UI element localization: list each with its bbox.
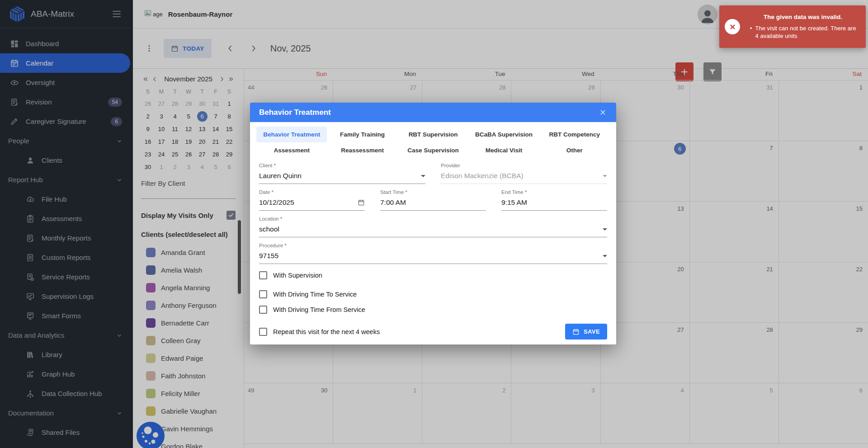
tab-bcaba-supervision[interactable]: BCaBA Supervision: [468, 127, 539, 142]
client-value: Lauren Quinn: [259, 172, 302, 180]
save-button[interactable]: SAVE: [565, 324, 607, 340]
tab-case-supervision[interactable]: Case Supervision: [398, 142, 468, 158]
tab-rbt-competency[interactable]: RBT Competency: [539, 127, 610, 142]
chevron-down-icon: [603, 228, 607, 231]
tab-assessment[interactable]: Assessment: [256, 142, 327, 158]
visit-modal: Behavior Treatment Behavior TreatmentFam…: [250, 103, 616, 344]
chevron-down-icon: [421, 175, 425, 177]
checkbox-label: With Driving Time From Service: [273, 306, 365, 313]
provider-value: Edison Mackenzie (BCBA): [441, 172, 524, 180]
end-time-value: 9:15 AM: [501, 198, 527, 207]
tab-family-training[interactable]: Family Training: [327, 127, 397, 142]
modal-title: Behavior Treatment: [259, 108, 599, 117]
toast-body: The given data was invalid. • The visit …: [745, 14, 860, 40]
repeat-visit-checkbox[interactable]: [259, 328, 267, 336]
provider-field: Provider Edison Mackenzie (BCBA): [441, 163, 607, 184]
error-close-icon[interactable]: [725, 19, 740, 34]
modal-footer-row: Repeat this visit for the next 4 weeks S…: [259, 324, 607, 340]
location-field[interactable]: Location * school: [259, 216, 607, 237]
location-label: Location *: [259, 216, 607, 222]
toast-message: • The visit can not be created. There ar…: [745, 24, 860, 40]
tab-other[interactable]: Other: [539, 142, 610, 158]
close-icon[interactable]: [599, 108, 607, 117]
error-toast: The given data was invalid. • The visit …: [719, 5, 866, 48]
repeat-visit-label: Repeat this visit for the next 4 weeks: [273, 328, 380, 335]
visit-form: Client * Lauren Quinn Provider Edison Ma…: [250, 158, 616, 340]
procedure-field[interactable]: Procedure * 97155: [259, 243, 607, 264]
date-field[interactable]: Date * 10/12/2025: [259, 189, 365, 211]
tab-medical-visit[interactable]: Medical Visit: [468, 142, 539, 158]
chevron-down-icon: [603, 175, 607, 177]
client-label: Client *: [259, 163, 425, 168]
procedure-value: 97155: [259, 252, 278, 260]
date-label: Date *: [259, 189, 365, 195]
date-value: 10/12/2025: [259, 198, 294, 207]
checkbox[interactable]: [259, 271, 267, 279]
checkbox-label: With Supervision: [273, 272, 322, 279]
option-checkboxes: With SupervisionWith Driving Time To Ser…: [259, 271, 607, 314]
checkbox[interactable]: [259, 306, 267, 314]
checkbox-row-with-supervision[interactable]: With Supervision: [259, 271, 607, 279]
tabs-row-2: AssessmentReassessmentCase SupervisionMe…: [256, 142, 610, 158]
checkbox-row-with-driving-time-from-service[interactable]: With Driving Time From Service: [259, 306, 607, 314]
location-value: school: [259, 225, 279, 233]
tab-rbt-supervision[interactable]: RBT Supervision: [398, 127, 468, 142]
procedure-label: Procedure *: [259, 243, 607, 248]
start-time-label: Start Time *: [380, 189, 486, 195]
repeat-visit-checkbox-row[interactable]: Repeat this visit for the next 4 weeks: [259, 328, 380, 336]
start-time-field[interactable]: Start Time * 7:00 AM: [380, 189, 486, 211]
checkbox-row-with-driving-time-to-service[interactable]: With Driving Time To Service: [259, 290, 607, 298]
end-time-label: End Time *: [501, 189, 607, 195]
end-time-field[interactable]: End Time * 9:15 AM: [501, 189, 607, 211]
provider-label: Provider: [441, 163, 607, 168]
app-root: ABA-Matrix DashboardCalendarOversightRev…: [0, 0, 868, 448]
chevron-down-icon: [603, 255, 607, 257]
modal-header: Behavior Treatment: [250, 103, 616, 122]
save-label: SAVE: [584, 328, 600, 335]
bullet: •: [750, 24, 752, 40]
modal-tabs: Behavior TreatmentFamily TrainingRBT Sup…: [250, 122, 616, 158]
tabs-row-1: Behavior TreatmentFamily TrainingRBT Sup…: [256, 127, 610, 142]
date-picker-icon[interactable]: [358, 199, 365, 206]
checkbox-label: With Driving Time To Service: [273, 291, 357, 298]
toast-title: The given data was invalid.: [745, 14, 860, 20]
checkbox[interactable]: [259, 290, 267, 298]
start-time-value: 7:00 AM: [380, 198, 406, 207]
client-field[interactable]: Client * Lauren Quinn: [259, 163, 425, 184]
tab-reassessment[interactable]: Reassessment: [327, 142, 397, 158]
tab-behavior-treatment[interactable]: Behavior Treatment: [256, 127, 327, 142]
